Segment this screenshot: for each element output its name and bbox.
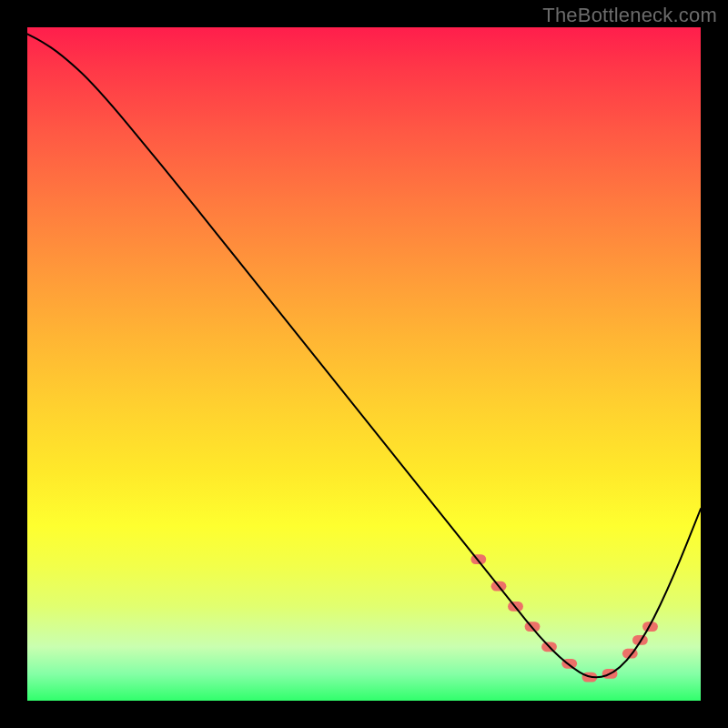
marker-dot: [470, 554, 486, 564]
watermark-text: TheBottleneck.com: [542, 4, 717, 27]
chart-overlay-svg: [27, 27, 701, 701]
bottleneck-curve: [27, 34, 701, 677]
chart-container: TheBottleneck.com: [0, 0, 728, 728]
marker-group: [470, 554, 657, 682]
marker-dot: [525, 622, 541, 632]
plot-area: [27, 27, 701, 701]
